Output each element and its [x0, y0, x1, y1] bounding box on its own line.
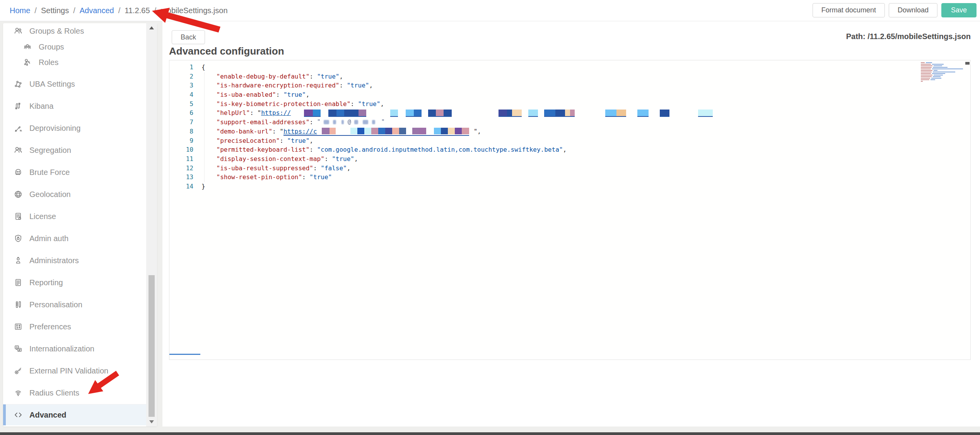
sidebar-item-license[interactable]: License	[3, 209, 146, 224]
sidebar-item-label: Administrators	[29, 256, 79, 265]
toolbar: Format document Download Save	[813, 3, 977, 17]
line-number: 14	[169, 182, 193, 191]
json-key: "helpUrl"	[217, 109, 250, 116]
breadcrumb-separator: /	[73, 6, 75, 15]
sidebar-item-groups[interactable]: Groups	[3, 39, 146, 54]
line-number: 9	[169, 136, 193, 146]
code-line-11: 11 "display-session-context-map": "true"…	[169, 154, 970, 164]
sidebar-item-label: Advanced	[29, 411, 67, 420]
breadcrumb-home[interactable]: Home	[10, 6, 30, 15]
url-link-text[interactable]: https://c	[283, 128, 317, 135]
radius-clients-icon	[13, 388, 23, 398]
line-number: 8	[169, 127, 193, 136]
sidebar-item-kibana[interactable]: Kibana	[3, 98, 146, 114]
code-line-8: 8 "demo-bank-url": "https://c",	[169, 127, 970, 136]
json-punctuation: ,	[347, 164, 351, 172]
sidebar-item-preferences[interactable]: Preferences	[3, 319, 146, 334]
json-punctuation: ,	[306, 91, 310, 98]
save-button[interactable]: Save	[941, 3, 977, 17]
sidebar-scrollbar[interactable]	[146, 23, 157, 426]
segregation-icon	[13, 145, 23, 155]
breadcrumb-advanced[interactable]: Advanced	[80, 6, 114, 15]
code-line-7: 7 "support-email-addresses": "@"	[169, 118, 970, 127]
sidebar-item-segregation[interactable]: Segregation	[3, 142, 146, 158]
uba-settings-icon	[13, 79, 23, 89]
json-punctuation: :	[309, 73, 317, 80]
sidebar-item-internationalization[interactable]: Internationalization	[3, 341, 146, 356]
sidebar-item-label: Brute Force	[29, 168, 70, 177]
sidebar-item-groups-roles[interactable]: Groups & Roles	[3, 23, 146, 39]
sidebar-item-brute-force[interactable]: Brute Force	[3, 164, 146, 180]
json-key: "demo-bank-url"	[217, 128, 273, 135]
json-punctuation: :	[280, 137, 287, 144]
back-button[interactable]: Back	[172, 30, 205, 44]
sidebar-item-label: Reporting	[29, 278, 63, 287]
json-key: "display-session-context-map"	[217, 155, 324, 163]
sidebar-item-label: Geolocation	[29, 190, 71, 199]
code-line-5: 5 "is-key-biometric-protection-enable": …	[169, 99, 970, 109]
geolocation-icon	[13, 189, 23, 199]
scroll-up-icon[interactable]	[149, 26, 154, 29]
reporting-icon	[13, 277, 23, 288]
json-punctuation: :	[324, 155, 332, 163]
line-number: 6	[169, 108, 193, 118]
app-window: Home/Settings/Advanced/11.2.65/mobileSet…	[0, 0, 980, 435]
code-line-6: 6 "helpUrl": "https://	[169, 108, 970, 118]
json-code-editor[interactable]: 1{2 "enable-debug-by-default": "true",3 …	[169, 60, 971, 360]
json-value: "true"	[332, 155, 354, 163]
format-document-button[interactable]: Format document	[813, 3, 885, 17]
file-path-label: Path: /11.2.65/mobileSettings.json	[846, 32, 971, 41]
sidebar-item-geolocation[interactable]: Geolocation	[3, 187, 146, 202]
sidebar-item-admin-auth[interactable]: Admin auth	[3, 231, 146, 246]
json-key: "is-key-biometric-protection-enable"	[217, 100, 351, 108]
line-number: 13	[169, 173, 193, 182]
scroll-down-icon[interactable]	[149, 420, 154, 423]
json-punctuation: {	[201, 63, 205, 71]
external-pin-icon	[13, 366, 23, 376]
sidebar-item-radius-clients[interactable]: Radius Clients	[3, 385, 146, 401]
json-value: "false"	[321, 164, 347, 172]
sidebar-item-advanced[interactable]: Advanced	[3, 404, 146, 425]
url-link-text[interactable]: https://	[261, 109, 291, 116]
line-number: 3	[169, 81, 193, 90]
brute-force-icon	[13, 167, 23, 177]
json-punctuation: :	[350, 100, 358, 108]
admin-auth-icon	[13, 233, 23, 243]
sidebar-item-label: Radius Clients	[29, 389, 79, 397]
breadcrumb-mobilesettings-json: mobileSettings.json	[160, 6, 227, 15]
breadcrumb-separator: /	[118, 6, 121, 15]
redacted-url-link[interactable]: https://c	[283, 128, 469, 136]
sidebar-scrollbar-thumb[interactable]	[149, 275, 155, 417]
sidebar-item-label: Segregation	[29, 146, 71, 155]
sidebar-item-label: Groups	[39, 43, 64, 51]
json-value: "true"	[358, 100, 381, 108]
json-value: "true"	[347, 82, 369, 89]
sidebar-item-deprovisioning[interactable]: Deprovisioning	[3, 120, 146, 136]
kibana-icon	[13, 101, 23, 111]
download-button[interactable]: Download	[889, 3, 937, 17]
sidebar-item-administrators[interactable]: Administrators	[3, 253, 146, 268]
editor-minimap[interactable]	[921, 62, 964, 82]
sidebar-item-external-pin-validation[interactable]: External PIN Validation	[3, 363, 146, 378]
json-punctuation: ,	[339, 73, 343, 80]
groups-icon	[22, 42, 32, 52]
json-key: "is-hardware-encryption-required"	[217, 82, 340, 89]
sidebar-item-roles[interactable]: Roles	[3, 55, 146, 70]
breadcrumb-settings: Settings	[41, 6, 69, 15]
editor-horizontal-scrollbar[interactable]	[169, 354, 200, 355]
sidebar-item-label: External PIN Validation	[29, 366, 108, 375]
json-punctuation: :	[313, 164, 321, 172]
main-panel: Back Advanced configuration Path: /11.2.…	[162, 21, 980, 426]
administrators-icon	[13, 255, 23, 265]
json-punctuation: "	[280, 128, 283, 135]
breadcrumb: Home/Settings/Advanced/11.2.65/mobileSet…	[10, 0, 228, 21]
editor-scrollbar-slider[interactable]	[965, 62, 970, 65]
json-key: "support-email-addresses"	[217, 118, 310, 126]
sidebar-item-uba-settings[interactable]: UBA Settings	[3, 76, 146, 92]
sidebar-item-personalisation[interactable]: Personalisation	[3, 297, 146, 312]
json-punctuation: :	[309, 118, 317, 126]
sidebar-item-reporting[interactable]: Reporting	[3, 275, 146, 290]
json-key: "is-uba-result-suppressed"	[217, 164, 313, 172]
sidebar-item-label: Preferences	[29, 322, 71, 331]
code-line-3: 3 "is-hardware-encryption-required": "tr…	[169, 81, 970, 90]
